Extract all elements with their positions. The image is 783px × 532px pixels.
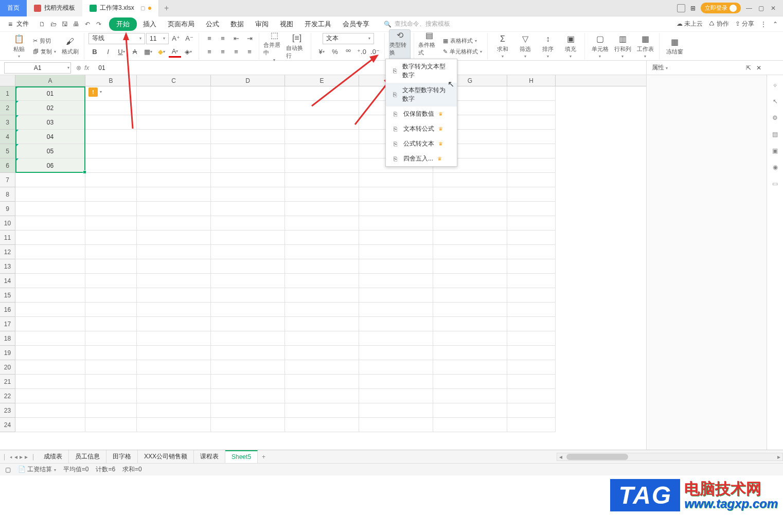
cell[interactable] bbox=[359, 288, 433, 303]
sheet-tab[interactable]: 成绩表 bbox=[38, 450, 69, 463]
font-color-button[interactable]: A▾ bbox=[169, 46, 181, 58]
cell[interactable] bbox=[507, 86, 556, 101]
sheet-nav-next[interactable]: ▸ bbox=[20, 453, 23, 460]
cell[interactable] bbox=[137, 187, 211, 202]
cell[interactable] bbox=[359, 202, 433, 216]
row-header[interactable]: 5 bbox=[0, 144, 15, 158]
cell[interactable] bbox=[15, 202, 85, 216]
tab-template[interactable]: 找稻壳模板 bbox=[27, 0, 82, 16]
cell[interactable] bbox=[433, 173, 507, 187]
cell[interactable] bbox=[285, 375, 359, 389]
sheet-tab[interactable]: 课程表 bbox=[194, 450, 225, 463]
row-header[interactable]: 2 bbox=[0, 101, 15, 115]
cell[interactable]: 01 bbox=[15, 86, 85, 101]
cell[interactable] bbox=[137, 288, 211, 303]
cell[interactable] bbox=[433, 317, 507, 331]
cell-style-button[interactable]: ✎单元格样式▾ bbox=[441, 47, 484, 57]
cell[interactable] bbox=[211, 187, 285, 202]
italic-button[interactable]: I bbox=[102, 46, 114, 58]
cell[interactable] bbox=[15, 360, 85, 375]
side-help-icon[interactable]: ◉ bbox=[773, 164, 778, 171]
menu-开发工具[interactable]: 开发工具 bbox=[299, 17, 336, 31]
cell[interactable] bbox=[507, 245, 556, 259]
cell[interactable] bbox=[507, 331, 556, 346]
cell[interactable] bbox=[15, 288, 85, 303]
cell[interactable] bbox=[507, 130, 556, 144]
menu-more-icon[interactable]: ⋮ bbox=[760, 21, 767, 28]
cell[interactable] bbox=[359, 375, 433, 389]
cell[interactable] bbox=[15, 245, 85, 259]
align-justify-button[interactable]: ≡ bbox=[243, 46, 256, 58]
cell[interactable] bbox=[137, 403, 211, 418]
cell[interactable] bbox=[433, 187, 507, 202]
cell[interactable] bbox=[85, 144, 137, 158]
sort-button[interactable]: ↕排序▾ bbox=[537, 34, 559, 59]
cell[interactable] bbox=[285, 245, 359, 259]
cell[interactable] bbox=[15, 403, 85, 418]
status-calc[interactable]: 📄 工资结算 ▾ bbox=[18, 465, 56, 474]
menu-审阅[interactable]: 审阅 bbox=[250, 17, 274, 31]
menu-数据[interactable]: 数据 bbox=[225, 17, 249, 31]
cell[interactable] bbox=[359, 187, 433, 202]
cell[interactable]: 04 bbox=[15, 130, 85, 144]
side-tool-icon[interactable]: ⟐ bbox=[773, 81, 777, 88]
cell-button[interactable]: ▢单元格▾ bbox=[589, 34, 611, 59]
dropdown-item[interactable]: ⎘公式转文本 ♛ bbox=[386, 136, 457, 151]
cell[interactable] bbox=[15, 274, 85, 288]
cell[interactable] bbox=[507, 230, 556, 245]
cell[interactable] bbox=[211, 331, 285, 346]
cell[interactable] bbox=[137, 230, 211, 245]
cell[interactable] bbox=[211, 173, 285, 187]
cell[interactable] bbox=[285, 158, 359, 173]
fill-button[interactable]: ▣填充▾ bbox=[560, 34, 581, 59]
cell[interactable] bbox=[137, 144, 211, 158]
sum-button[interactable]: Σ求和▾ bbox=[492, 34, 513, 59]
formula-input[interactable]: 01 bbox=[94, 64, 646, 72]
cell[interactable] bbox=[285, 86, 359, 101]
add-sheet-button[interactable]: + bbox=[258, 453, 270, 460]
cell[interactable] bbox=[433, 259, 507, 274]
cell[interactable] bbox=[507, 418, 556, 432]
cell[interactable] bbox=[137, 317, 211, 331]
cell[interactable] bbox=[359, 259, 433, 274]
qa-redo-icon[interactable]: ↷ bbox=[95, 20, 103, 28]
cell[interactable] bbox=[359, 303, 433, 317]
cell[interactable]: 03 bbox=[15, 115, 85, 130]
cell[interactable] bbox=[85, 288, 137, 303]
cell[interactable] bbox=[85, 230, 137, 245]
row-header[interactable]: 7 bbox=[0, 173, 15, 187]
cell[interactable] bbox=[137, 360, 211, 375]
close-panel-icon[interactable]: ✕ bbox=[756, 64, 761, 72]
side-chart-icon[interactable]: ▤ bbox=[772, 131, 778, 138]
cell[interactable] bbox=[15, 173, 85, 187]
cell[interactable] bbox=[85, 187, 137, 202]
cell[interactable] bbox=[85, 389, 137, 403]
cell[interactable] bbox=[507, 403, 556, 418]
cell[interactable] bbox=[137, 202, 211, 216]
cell[interactable] bbox=[433, 202, 507, 216]
wrap-button[interactable]: [≡] 自动换行 bbox=[286, 33, 308, 60]
row-header[interactable]: 12 bbox=[0, 245, 15, 259]
cell[interactable] bbox=[359, 245, 433, 259]
status-mode-icon[interactable]: ▢ bbox=[5, 466, 11, 473]
cell[interactable] bbox=[85, 216, 137, 230]
cell[interactable] bbox=[285, 173, 359, 187]
row-header[interactable]: 3 bbox=[0, 115, 15, 130]
cell[interactable] bbox=[211, 389, 285, 403]
cell[interactable] bbox=[359, 360, 433, 375]
cell[interactable] bbox=[433, 230, 507, 245]
sheet-tab[interactable]: XXX公司销售额 bbox=[138, 450, 194, 463]
cell[interactable] bbox=[285, 101, 359, 115]
font-grow-button[interactable]: A⁺ bbox=[170, 33, 182, 44]
row-header[interactable]: 23 bbox=[0, 403, 15, 418]
cell[interactable] bbox=[85, 346, 137, 360]
login-button[interactable]: 立即登录 bbox=[701, 3, 741, 13]
cell[interactable] bbox=[15, 418, 85, 432]
cell[interactable] bbox=[507, 187, 556, 202]
table-style-button[interactable]: ▦表格样式▾ bbox=[441, 36, 484, 46]
paste-button[interactable]: 📋 粘贴▾ bbox=[8, 34, 30, 59]
cell[interactable] bbox=[211, 346, 285, 360]
col-header-C[interactable]: C bbox=[137, 75, 211, 86]
cell[interactable] bbox=[285, 230, 359, 245]
qa-open-icon[interactable]: 🗁 bbox=[49, 20, 58, 28]
